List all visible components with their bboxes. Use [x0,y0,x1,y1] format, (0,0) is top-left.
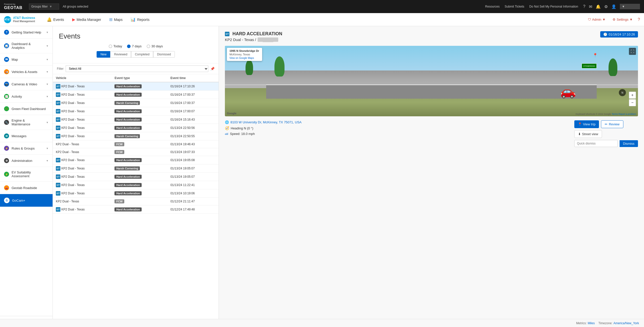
table-row[interactable]: GTKP2 Dual - Texas Hard Acceleration 01/… [53,124,219,132]
radio-30days-btn[interactable] [147,45,150,48]
admin-icon: 🛡 [588,18,591,21]
sidebar-item-getting-started[interactable]: ? Getting Started Help ▼ [0,26,53,39]
user-icon[interactable]: 👤 [611,4,616,9]
map-overlay-link[interactable]: View on Google Maps [229,57,254,59]
sidebar-item-vehicles[interactable]: 🚛 Vehicles & Assets ▼ [0,66,53,78]
status-dismissed-btn[interactable]: Dismissed [153,51,175,58]
user-dropdown[interactable]: ▼ [620,4,640,9]
radio-30days[interactable]: 30 days [147,44,163,48]
nav-media-manager[interactable]: ▶ Media Manager [68,15,105,24]
radio-today-btn[interactable] [109,45,112,48]
status-new-btn[interactable]: New [97,51,110,58]
filter-select[interactable]: Select All [66,65,208,72]
resources-link[interactable]: Resources [485,5,500,8]
street-view-button[interactable]: ⬇ Street view [574,130,602,138]
nav-maps[interactable]: ⊞ Maps [105,15,127,24]
table-row[interactable]: GTKP2 Dual - Texas Hard Acceleration 01/… [53,189,219,198]
settings-label: Settings [617,18,628,21]
zoom-out-button[interactable]: − [629,99,636,106]
groups-filter[interactable]: Groups filter ▼ [29,4,59,10]
radio-today-label: Today [113,44,122,48]
sidebar-item-messages[interactable]: ✉ Messages [0,130,53,142]
sidebar-item-ev[interactable]: ⚡ EV Suitability Assessment [0,167,53,182]
sidebar-item-rules[interactable]: ⚡ Rules & Groups ▼ [0,142,53,155]
table-row[interactable]: GTKP2 Dual - Texas Harsh Cornering 01/13… [53,164,219,173]
nav-media-label: Media Manager [77,18,101,22]
table-row[interactable]: GTKP2 Dual - Texas Hard Acceleration 01/… [53,181,219,189]
events-icon: 🔔 [47,17,52,22]
map-overlay-city: McKinney, Texas [229,53,260,56]
sidebar-item-gocam[interactable]: G GoCam+ [0,194,53,207]
submit-tickets-link[interactable]: Submit Tickets [505,5,524,8]
settings-button[interactable]: ⚙ Settings ▼ [611,17,635,22]
row-event-time: 01/12/24 21:11:47 [167,198,219,205]
table-row[interactable]: GTKP2 Dual - Texas Hard Acceleration 01/… [53,116,219,124]
radio-7days-btn[interactable] [127,45,131,48]
table-row[interactable]: GTKP2 Dual - Texas Hard Acceleration 01/… [53,173,219,181]
footer-divider [596,321,597,325]
events-container: Events Today 7 days 30 days [53,26,644,327]
sidebar-item-dashboard[interactable]: 📊 Dashboard & Analytics ▼ [0,39,53,53]
radio-7days[interactable]: 7 days [127,44,141,48]
table-row[interactable]: GTKP2 Dual - Texas Hard Acceleration 01/… [53,107,219,116]
status-reviewed-btn[interactable]: Reviewed [110,51,131,58]
nav-events[interactable]: 🔔 Events [43,15,68,24]
review-button[interactable]: ✏ Review [601,120,623,128]
row-event-time: 01/13/24 19:05:07 [167,164,219,173]
map-attribution: Keyboard shortcuts © 2024 Google Terms R… [576,113,636,115]
table-row[interactable]: GTKP2 Dual - Texas Harsh Cornering 01/16… [53,99,219,107]
table-row[interactable]: GTKP2 Dual - Texas Harsh Cornering 01/13… [53,132,219,140]
table-row[interactable]: KP2 Dual - Texas FCW 01/13/24 19:07:33 [53,148,219,156]
status-completed-btn[interactable]: Completed [131,51,153,58]
table-row[interactable]: GTKP2 Dual - Texas Hard Acceleration 01/… [53,156,219,164]
metrics-value-link[interactable]: Miles [588,321,595,325]
row-event-time: 01/12/24 17:49:48 [167,205,219,214]
admin-button[interactable]: 🛡 Admin ▼ [586,17,608,22]
table-row[interactable]: GTKP2 Dual - Texas Hard Acceleration 01/… [53,205,219,214]
row-event-time: 01/16/24 17:00:37 [167,99,219,107]
geotab-name: GEOTAB [4,6,22,10]
mail-icon[interactable]: ✉ [589,4,592,9]
activity-icon: 📈 [4,94,9,99]
nav-reports[interactable]: 📊 Reports [127,15,153,24]
radio-today[interactable]: Today [109,44,122,48]
bell-icon[interactable]: 🔔 [596,4,601,9]
zoom-in-button[interactable]: + [629,92,636,99]
row-event-type: FCW [111,148,167,156]
detail-address-link[interactable]: 🌐 8103 W University Dr, McKinney, TX 750… [225,120,570,124]
detail-event-type-text: HARD ACCELERATION [232,31,282,37]
row-vehicle: GTKP2 Dual - Texas [53,173,111,181]
map-fullscreen-button[interactable]: ⛶ [629,48,636,55]
sidebar-item-cameras[interactable]: 📷 Cameras & Video ▼ [0,78,53,90]
action-row-2: ⬇ Street view [574,130,638,138]
settings-gear-icon: ⚙ [613,18,616,21]
sidebar-item-roadside[interactable]: 🚗 Geotab Roadside [0,182,53,194]
timezone-value-link[interactable]: America/New_York [613,321,639,325]
row-gt-badge: GT [56,183,60,187]
help-icon[interactable]: ? [583,4,585,9]
event-badge: Harsh Cornering [114,134,140,138]
second-bar: AT&T AT&T Business Fleet Management 🔔 Ev… [0,13,644,26]
sidebar-item-administration[interactable]: ⚙ Administration ▼ [0,155,53,167]
table-row[interactable]: GTKP2 Dual - Texas Hard Acceleration 01/… [53,91,219,99]
main-content: Events Today 7 days 30 days [53,26,644,327]
table-row[interactable]: GTKP2 Dual - Texas Hard Acceleration 01/… [53,82,219,91]
sidebar-item-activity[interactable]: 📈 Activity ▼ [0,90,53,103]
sidebar-item-green-fleet[interactable]: 🌿 Green Fleet Dashboard [0,103,53,115]
row-event-type: Hard Acceleration [111,116,167,124]
terms-link[interactable]: Terms [612,113,618,115]
dismiss-button[interactable]: Dismiss [620,140,638,147]
sidebar-item-map[interactable]: 🗺 Map ▼ [0,53,53,66]
messages-icon: ✉ [4,133,9,138]
view-trip-button[interactable]: 📍 View trip [574,120,599,128]
status-buttons: New Reviewed Completed Dismissed [59,51,213,58]
dismiss-input[interactable] [574,140,618,147]
help-red-icon[interactable]: ? [638,17,640,22]
do-not-sell-link[interactable]: Do Not Sell My Personal Information [529,5,578,8]
settings-icon[interactable]: ⚙ [604,4,608,9]
filter-pin-icon[interactable]: 📌 [210,67,215,71]
table-row[interactable]: KP2 Dual - Texas FCW 01/12/24 21:11:47 [53,198,219,205]
table-row[interactable]: KP2 Dual - Texas FCW 01/13/24 19:46:43 [53,140,219,148]
report-link[interactable]: Report a problem [618,113,636,115]
sidebar-item-engine[interactable]: 🔧 Engine & Maintenance ▼ [0,115,53,130]
